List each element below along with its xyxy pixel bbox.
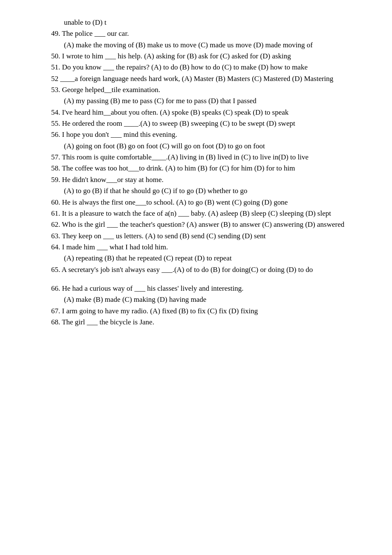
line-62: 62. Who is the girl ___ the teacher's qu… <box>51 219 358 230</box>
line-unable: unable to (D) t <box>51 17 358 28</box>
line-51: 51. Do you know ___ the repairs? (A) to … <box>51 62 358 73</box>
line-63: 63. They keep on ___ us letters. (A) to … <box>51 231 358 242</box>
line-54: 54. I've heard him__about you often. (A)… <box>51 107 358 118</box>
line-49: 49. The police ___ our car. <box>51 28 358 39</box>
line-50: 50. I wrote to him ___ his help. (A) ask… <box>51 51 358 62</box>
main-content: unable to (D) t49. The police ___ our ca… <box>51 17 358 328</box>
line-57: 57. This room is quite comfortable____.(… <box>51 152 358 163</box>
line-68: 68. The girl ___ the bicycle is Jane. <box>51 317 358 328</box>
line-56a: (A) going on foot (B) go on foot (C) wil… <box>51 141 358 152</box>
line-58: 58. The coffee was too hot___to drink. (… <box>51 163 358 174</box>
line-53a: (A) my passing (B) me to pass (C) for me… <box>51 95 358 107</box>
line-60: 60. He is always the first one___to scho… <box>51 197 358 208</box>
line-66: 66. He had a curious way of ___ his clas… <box>51 283 358 294</box>
spacer-23 <box>51 275 358 283</box>
line-49a: (A) make the moving of (B) make us to mo… <box>51 40 358 51</box>
line-59a: (A) to go (B) if that he should go (C) i… <box>51 185 358 197</box>
line-53: 53. George helped__tile examination. <box>51 84 358 95</box>
line-52: 52 ____a foreign language needs hard wor… <box>51 73 358 84</box>
line-55: 55. He ordered the room ____.(A) to swee… <box>51 118 358 129</box>
line-66a: (A) make (B) made (C) making (D) having … <box>51 294 358 305</box>
line-59: 59. He didn't know___or stay at home. <box>51 174 358 185</box>
line-64: 64. I made him ___ what I had told him. <box>51 242 358 253</box>
line-64a: (A) repeating (B) that he repeated (C) r… <box>51 253 358 264</box>
line-65: 65. A secretary's job isn't always easy … <box>51 264 358 275</box>
line-61: 61. It is a pleasure to watch the face o… <box>51 208 358 219</box>
line-67: 67. I arm going to have my radio. (A) fi… <box>51 306 358 317</box>
line-56: 56. I hope you don't ___ mind this eveni… <box>51 129 358 140</box>
